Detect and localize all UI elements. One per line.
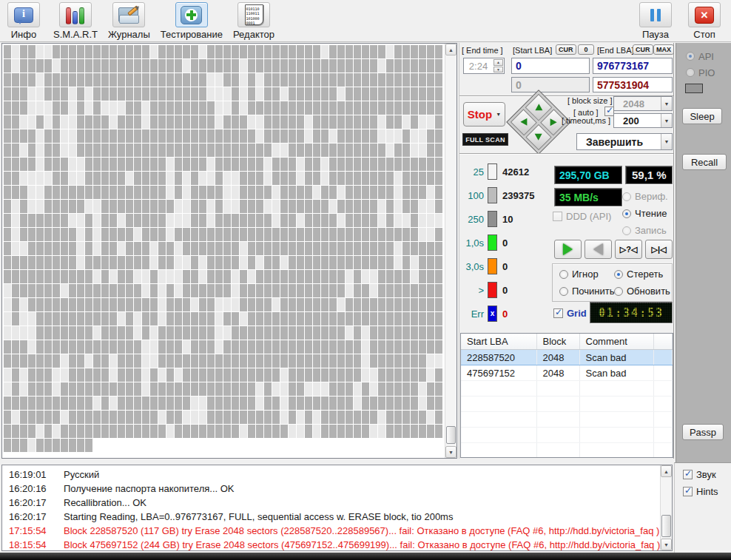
table-header[interactable] bbox=[653, 334, 673, 350]
table-cell: 2048 bbox=[536, 365, 579, 381]
ddd-api-checkbox[interactable]: DDD (API) bbox=[553, 211, 611, 222]
toolbar-button-journals[interactable]: Журналы bbox=[108, 2, 150, 41]
editor-icon: 0101101100111010000001 bbox=[245, 4, 263, 25]
combo-arrow-icon[interactable] bbox=[661, 114, 672, 127]
on-end-action-combo[interactable]: Завершить bbox=[576, 133, 673, 150]
interface-radio-group: APIPIO bbox=[686, 48, 715, 81]
log-entry: 16:20:17Starting Reading, LBA=0..9767731… bbox=[2, 510, 660, 524]
table-empty-row bbox=[461, 412, 673, 428]
spin-up-icon[interactable] bbox=[493, 59, 503, 66]
scan-back-button[interactable] bbox=[585, 240, 612, 259]
end-lba-cur-button[interactable]: CUR bbox=[633, 44, 653, 55]
timeout-combo[interactable]: 200 bbox=[613, 113, 673, 128]
table-row[interactable]: 2285875202048Scan bad bbox=[461, 350, 673, 365]
latency-counter-10s: 1,0s0 bbox=[461, 231, 551, 254]
sound-checkbox[interactable]: Звук bbox=[683, 469, 716, 480]
journals-icon bbox=[118, 7, 140, 24]
block-size-combo[interactable]: 2048 bbox=[613, 96, 673, 111]
log-entry: 17:15:54Block 228587520 (117 GB) try Era… bbox=[2, 524, 660, 538]
counter-swatch-icon bbox=[488, 211, 497, 227]
table-row[interactable]: 4756971522048Scan bad bbox=[461, 365, 673, 381]
play-forward-icon bbox=[563, 243, 573, 255]
full-scan-badge: FULL SCAN bbox=[462, 133, 508, 146]
action-radio-Починить[interactable]: Починить bbox=[559, 286, 615, 297]
info-icon bbox=[14, 7, 33, 23]
table-header[interactable]: Block bbox=[536, 334, 579, 350]
toolbar-button-editor[interactable]: 0101101100111010000001Редактор bbox=[233, 2, 274, 41]
start-lba-zero-button[interactable]: 0 bbox=[578, 44, 594, 55]
spin-down-icon[interactable] bbox=[493, 67, 503, 73]
smart-icon bbox=[66, 6, 84, 24]
testing-icon bbox=[181, 6, 202, 24]
end-time-spinner[interactable]: 2:24 bbox=[463, 58, 505, 74]
counter-swatch-icon bbox=[488, 258, 497, 274]
table-header[interactable]: Start LBA bbox=[461, 334, 536, 350]
bottom-right-panel: Звук Hints bbox=[674, 462, 731, 553]
start-lba-input[interactable]: 0 bbox=[511, 58, 590, 74]
scan-forward-button[interactable] bbox=[554, 240, 582, 259]
start-lba-cur-button[interactable]: CUR bbox=[556, 44, 576, 55]
toolbar-button-label: S.M.A.R.T bbox=[53, 29, 98, 40]
combo-arrow-icon[interactable] bbox=[661, 134, 672, 149]
combo-arrow-icon[interactable] bbox=[661, 97, 672, 110]
action-radio-Обновить[interactable]: Обновить bbox=[614, 286, 670, 297]
recall-button[interactable]: Recall bbox=[682, 154, 727, 170]
action-radio-Игнор[interactable]: Игнор bbox=[559, 269, 599, 280]
log-entry: 16:19:01Русский bbox=[2, 468, 660, 482]
stop-icon bbox=[695, 7, 714, 24]
toolbar-button-stop[interactable]: Стоп bbox=[685, 2, 724, 41]
scan-map-grid[interactable] bbox=[2, 44, 445, 458]
table-cell: 2048 bbox=[536, 350, 579, 365]
scroll-down-icon[interactable] bbox=[445, 446, 457, 458]
grid-checkbox[interactable]: Grid bbox=[553, 308, 587, 319]
scroll-down-icon[interactable] bbox=[661, 539, 672, 550]
timeout-label: [ timeout,ms ] bbox=[562, 116, 610, 125]
log-entry: 16:20:17Recallibration... OK bbox=[2, 496, 660, 510]
toolbar-button-pause[interactable]: Пауза bbox=[636, 2, 675, 41]
mode-radio-[interactable]: Чтение bbox=[622, 205, 668, 222]
pause-icon bbox=[650, 9, 661, 21]
scroll-up-icon[interactable] bbox=[661, 465, 672, 477]
jump-end-button[interactable]: ▷|◁ bbox=[645, 240, 673, 259]
toolbar-button-label: Пауза bbox=[642, 29, 669, 40]
stop-scan-button[interactable]: Stop▼ bbox=[463, 102, 505, 126]
radio-icon bbox=[614, 270, 623, 279]
radio-icon bbox=[686, 52, 695, 61]
log-scrollbar[interactable] bbox=[660, 465, 672, 550]
side-strip: APIPIO Sleep Recall Passp bbox=[676, 43, 731, 462]
bottom-edge-bar bbox=[0, 553, 731, 560]
start-lba-label: [Start LBA] bbox=[513, 46, 552, 55]
table-empty-row bbox=[461, 443, 673, 459]
log-entry: 16:20:16Получение паспорта накопителя...… bbox=[2, 482, 660, 496]
scan-map-panel bbox=[1, 43, 457, 459]
toolbar-button-smart[interactable]: S.M.A.R.T bbox=[53, 2, 98, 41]
toolbar-button-testing[interactable]: Тестирование bbox=[161, 2, 223, 41]
spinner-buttons bbox=[493, 59, 503, 72]
scroll-thumb[interactable] bbox=[446, 426, 456, 444]
checkbox-icon bbox=[553, 212, 562, 221]
scan-map-scrollbar[interactable] bbox=[445, 44, 457, 458]
end-lba-max-button[interactable]: MAX bbox=[653, 44, 674, 55]
end-lba-input[interactable]: 976773167 bbox=[593, 58, 673, 74]
table-header[interactable]: Comment bbox=[579, 334, 653, 350]
interface-radio-PIO[interactable]: PIO bbox=[686, 64, 715, 81]
scroll-up-icon[interactable] bbox=[445, 44, 457, 55]
action-radio-Стереть[interactable]: Стереть bbox=[614, 269, 663, 280]
victoria-window: ИнфоS.M.A.R.TЖурналыТестирование01011011… bbox=[0, 0, 731, 560]
mode-radio-[interactable]: Запись bbox=[622, 222, 668, 239]
latency-counter-250: 25010 bbox=[461, 207, 551, 231]
sleep-button[interactable]: Sleep bbox=[682, 108, 722, 124]
mode-radio-[interactable]: Вериф. bbox=[622, 188, 668, 205]
end-time-label: [ End time ] bbox=[462, 46, 503, 55]
start-lba-secondary-input: 0 bbox=[511, 77, 590, 92]
toolbar-button-info[interactable]: Инфо bbox=[4, 2, 43, 41]
counter-swatch-icon bbox=[488, 187, 497, 203]
jump-next-error-button[interactable]: ▷?◁ bbox=[615, 240, 642, 259]
interface-radio-API[interactable]: API bbox=[686, 48, 715, 64]
hints-checkbox[interactable]: Hints bbox=[683, 486, 718, 497]
defects-table[interactable]: Start LBABlockComment 2285875202048Scan … bbox=[461, 334, 673, 458]
passport-button[interactable]: Passp bbox=[682, 424, 724, 440]
scroll-thumb[interactable] bbox=[661, 515, 671, 537]
counter-swatch-icon bbox=[488, 235, 497, 251]
latency-counter-25: 2542612 bbox=[461, 160, 551, 183]
